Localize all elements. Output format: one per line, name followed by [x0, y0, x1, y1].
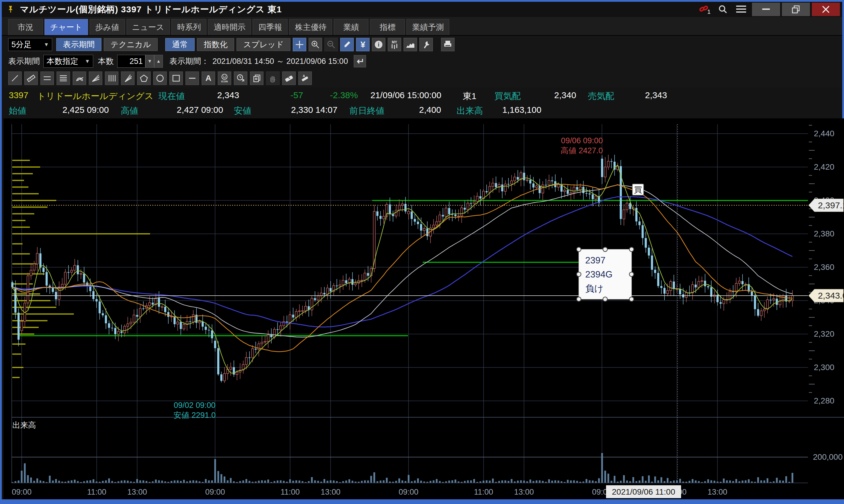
pencil-icon[interactable] [340, 38, 354, 51]
high-value: 2,427 09:00 [177, 105, 223, 115]
low-label: 安値 [234, 105, 251, 117]
svg-text:2,420: 2,420 [814, 162, 834, 172]
high-label: 高値 [121, 105, 138, 117]
count-up-icon[interactable]: ▲ [154, 55, 163, 68]
tab-8[interactable]: 業績 [334, 19, 369, 35]
copy-icon[interactable] [250, 72, 264, 85]
tab-6[interactable]: 四季報 [253, 19, 287, 35]
eraser-icon[interactable] [282, 72, 296, 85]
pin-icon[interactable] [5, 3, 16, 16]
restore-icon[interactable] [782, 3, 810, 16]
parallel-lines-icon[interactable] [40, 72, 54, 85]
toolbar-button-1[interactable]: テクニカル [104, 38, 158, 51]
link-icon[interactable]: 1 [697, 3, 713, 16]
ruler-icon[interactable] [24, 72, 38, 85]
stock-name: トリドールホールディングス [37, 90, 154, 102]
svg-text:ICON: ICON [221, 80, 228, 83]
svg-text:買: 買 [634, 185, 642, 194]
rectangle-icon[interactable] [169, 72, 183, 85]
time-axis-label: 11:00 [87, 488, 106, 497]
vertical-lines-icon[interactable] [105, 72, 119, 85]
tab-chart[interactable]: チャート [44, 19, 88, 35]
count-down-icon[interactable]: ▼ [145, 55, 154, 68]
selection-handle [603, 247, 608, 252]
wrench-icon[interactable] [419, 38, 433, 51]
info-icon[interactable]: i [372, 38, 385, 51]
printer-icon[interactable] [441, 38, 454, 51]
time-axis-label: 09:00 [12, 488, 32, 497]
svg-text:2,320: 2,320 [814, 329, 834, 339]
quote-row-2: 始値 2,425 09:00 高値 2,427 09:00 安値 2,330 1… [2, 105, 844, 119]
trendline-icon[interactable] [8, 72, 22, 85]
tab-3[interactable]: ニュース [127, 19, 170, 35]
volume-value: 1,163,100 [502, 105, 541, 115]
title-bar: マルチツール(個別銘柄) 3397 トリドールホールディングス 東1 1 [2, 2, 842, 17]
volume-profile-bar [12, 367, 23, 368]
text-icon[interactable]: A [202, 72, 215, 85]
svg-text:2,300: 2,300 [814, 363, 834, 372]
time-axis-label: 13:00 [514, 488, 534, 497]
selection-handle [629, 297, 634, 302]
svg-text:200,000: 200,000 [813, 452, 843, 462]
my-indicator-icon[interactable]: MY [388, 38, 401, 51]
selection-handle [629, 272, 634, 276]
eraser-all-icon[interactable]: A [298, 72, 312, 85]
minimize-icon[interactable] [752, 3, 780, 16]
icon-stamp-icon[interactable]: ICON [218, 72, 231, 85]
exchange: 東1 [463, 90, 477, 102]
volume-label: 出来高 [456, 105, 483, 117]
link-badge: 1 [707, 8, 711, 15]
tab-9[interactable]: 指標 [370, 19, 405, 35]
crosshair-plus-icon[interactable] [293, 38, 306, 51]
volume-profile-bar [12, 334, 34, 335]
tab-bar: 市況チャート歩み値ニュース時系列適時開示四季報株主優待業績指標業績予測 [2, 17, 842, 36]
tab-2[interactable]: 歩み値 [90, 19, 125, 35]
tab-7[interactable]: 株主優待 [289, 19, 332, 35]
zoom-in-icon[interactable] [309, 38, 322, 51]
toolbar-button-0[interactable]: 表示期間 [56, 38, 102, 51]
multi-hlines-icon[interactable] [57, 72, 70, 85]
area-chart-icon[interactable] [403, 38, 417, 51]
fib-arcs-icon[interactable] [73, 72, 86, 85]
time-axis-label: 11:00 [474, 488, 493, 497]
count-input[interactable]: 251 [117, 55, 145, 68]
toolbar-button-4[interactable]: スプレッド [236, 38, 290, 51]
tab-4[interactable]: 時系列 [172, 19, 206, 35]
close-icon[interactable] [812, 3, 840, 16]
reset-arrow-icon[interactable] [354, 55, 366, 67]
hsegment-icon[interactable] [185, 72, 199, 85]
volume-profile-bar [12, 354, 21, 355]
volume-profile-bar [12, 307, 56, 308]
menu-icon[interactable] [733, 3, 749, 16]
ellipse-icon[interactable] [153, 72, 167, 85]
range-value: 2021/08/31 14:50 ～ 2021/09/06 15:00 [213, 56, 348, 67]
count-mode-select[interactable]: 本数指定 ▼ [43, 55, 93, 68]
volume-profile-bar [12, 220, 25, 221]
tab-0[interactable]: 市況 [8, 19, 43, 35]
range-label: 表示期間： [169, 56, 209, 67]
tab-5[interactable]: 適時開示 [208, 19, 251, 35]
speed-lines-icon[interactable] [121, 72, 134, 85]
stock-chart-svg[interactable]: 2,4402,4202,4002,3802,3602,3402,3202,300… [3, 119, 844, 499]
drawing-toolbar: AICONA [2, 69, 842, 87]
volume-profile-bar [12, 186, 29, 187]
open-label: 始値 [9, 105, 26, 117]
time-axis-label: 09:00 [398, 488, 418, 497]
yen-icon[interactable]: ¥ [356, 38, 370, 51]
time-cycle-icon[interactable] [234, 72, 247, 85]
time-axis-label: 13:00 [127, 488, 147, 497]
search-icon[interactable] [715, 3, 731, 16]
ask-price: 2,343 [645, 90, 667, 100]
zoom-out-icon[interactable] [324, 38, 338, 51]
count-label: 本数 [98, 56, 114, 67]
toolbar-button-3[interactable]: 指数化 [197, 38, 234, 51]
chart-canvas[interactable]: 2,4402,4202,4002,3802,3602,3402,3202,300… [3, 119, 844, 499]
toolbar-button-2[interactable]: 通常 [165, 38, 195, 51]
fan-lines-icon[interactable] [89, 72, 102, 85]
pentagon-icon[interactable] [137, 72, 151, 85]
price-label: 現在値 [159, 90, 185, 102]
hand-icon[interactable] [266, 72, 280, 85]
tab-10[interactable]: 業績予測 [407, 19, 449, 35]
interval-select[interactable]: 5分足 ▼ [8, 38, 52, 51]
price-change: -57 [290, 90, 303, 100]
